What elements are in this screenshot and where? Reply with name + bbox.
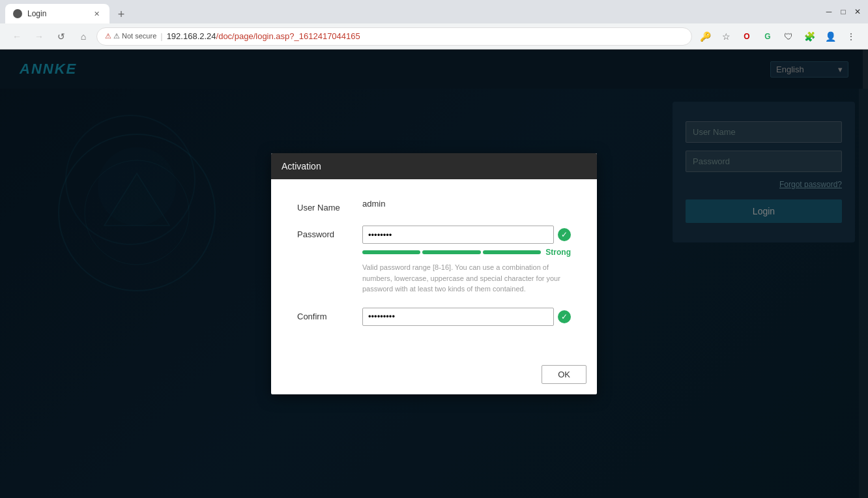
dialog-header: Activation: [271, 153, 597, 179]
title-bar: Login ✕ + ─ □ ✕: [0, 0, 868, 23]
browser-actions: 🔑 ☆ O G 🛡 🧩 👤 ⋮: [696, 27, 860, 46]
username-value-area: admin: [362, 199, 571, 209]
key-icon[interactable]: 🔑: [696, 27, 714, 46]
warning-icon: ⚠: [105, 32, 111, 40]
confirm-check-icon: ✓: [558, 310, 571, 323]
username-value: admin: [362, 195, 385, 209]
url-text: 192.168.2.24/doc/page/login.asp?_1612417…: [167, 31, 360, 41]
puzzle-icon[interactable]: 🧩: [800, 27, 818, 46]
username-row: User Name admin: [297, 199, 571, 212]
password-check-icon: ✓: [558, 228, 571, 241]
star-icon[interactable]: ☆: [717, 27, 735, 46]
forward-button[interactable]: →: [30, 27, 48, 46]
tab-favicon: [13, 9, 22, 18]
strength-bar: Strong: [362, 248, 571, 257]
password-input-group: ✓: [362, 226, 571, 244]
strength-segment-2: [422, 250, 480, 254]
browser-tab[interactable]: Login ✕: [5, 4, 109, 23]
home-button[interactable]: ⌂: [74, 27, 93, 46]
strength-segment-3: [483, 250, 541, 254]
confirm-row: Confirm ✓: [297, 308, 571, 326]
window-controls: ─ □ ✕: [824, 7, 863, 17]
shield-icon[interactable]: 🛡: [779, 27, 798, 46]
tab-close-button[interactable]: ✕: [91, 8, 102, 19]
password-field[interactable]: [362, 226, 554, 244]
back-button[interactable]: ←: [8, 27, 26, 46]
strength-label: Strong: [545, 248, 571, 257]
modal-backdrop: Activation User Name admin Password: [0, 50, 868, 498]
menu-icon[interactable]: ⋮: [842, 27, 860, 46]
dialog-footer: OK: [271, 359, 597, 394]
close-button[interactable]: ✕: [852, 7, 863, 17]
confirm-label: Confirm: [297, 308, 362, 321]
confirm-field[interactable]: [362, 308, 554, 326]
dialog-title: Activation: [282, 161, 321, 171]
confirm-input-group: ✓: [362, 308, 571, 326]
strength-segment-1: [362, 250, 420, 254]
g-icon[interactable]: G: [759, 27, 777, 46]
password-row: Password ✓ Strong: [297, 226, 571, 295]
new-tab-button[interactable]: +: [112, 5, 130, 23]
username-label: User Name: [297, 199, 362, 212]
maximize-button[interactable]: □: [838, 7, 848, 17]
opera-icon[interactable]: O: [738, 27, 756, 46]
address-bar: ← → ↺ ⌂ ⚠ ⚠ Not secure | 192.168.2.24/do…: [0, 23, 868, 50]
profile-icon[interactable]: 👤: [821, 27, 839, 46]
url-separator: |: [160, 31, 162, 41]
dialog-body: User Name admin Password ✓: [271, 179, 597, 359]
password-control-area: ✓ Strong Valid password range [8-16]. Yo…: [362, 226, 571, 295]
browser-frame: Login ✕ + ─ □ ✕ ← → ↺ ⌂ ⚠ ⚠ Not secure |…: [0, 0, 868, 498]
confirm-control-area: ✓: [362, 308, 571, 326]
page-content: ANNKE English ▾ Forgot password? Login A…: [0, 50, 868, 498]
password-hint: Valid password range [8-16]. You can use…: [362, 262, 571, 295]
security-warning: ⚠ ⚠ Not secure: [105, 32, 156, 40]
ok-button[interactable]: OK: [542, 365, 586, 384]
activation-dialog: Activation User Name admin Password: [271, 153, 597, 394]
url-bar[interactable]: ⚠ ⚠ Not secure | 192.168.2.24/doc/page/l…: [96, 27, 692, 46]
tab-title: Login: [27, 9, 86, 18]
password-label: Password: [297, 226, 362, 239]
minimize-button[interactable]: ─: [824, 7, 834, 17]
refresh-button[interactable]: ↺: [52, 27, 70, 46]
